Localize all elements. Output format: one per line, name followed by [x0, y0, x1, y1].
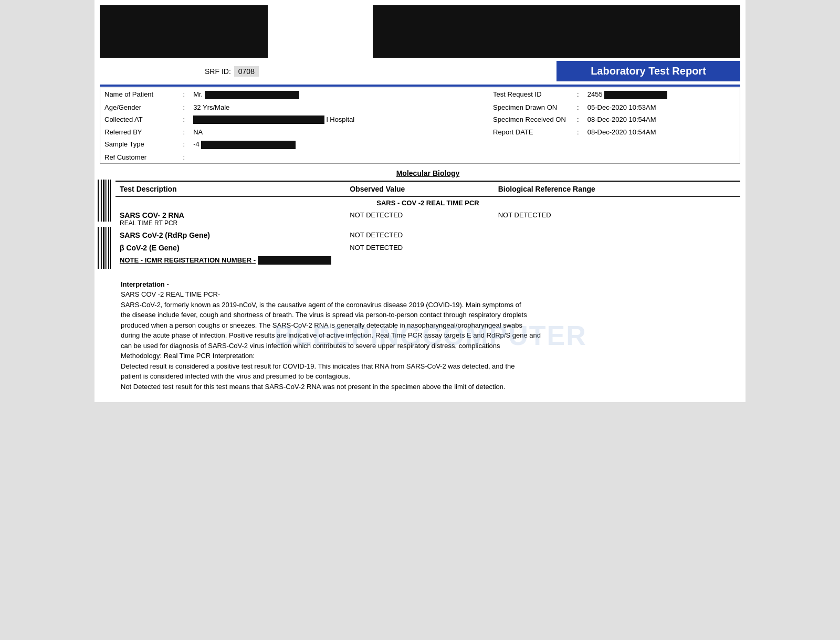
rdrp-row: SARS CoV-2 (RdRp Gene) NOT DETECTED [116, 229, 740, 242]
name-label: Name of Patient [100, 88, 179, 101]
icmr-redacted [258, 256, 331, 265]
rdrp-ref [494, 229, 740, 242]
sample-label: Sample Type [100, 138, 179, 151]
barcode-1 [98, 180, 112, 222]
col-bio-ref: Biological Reference Range [494, 181, 740, 197]
test-req-value: 2455 [583, 88, 740, 101]
patient-info-section: Name of Patient : Mr. Test Request ID : … [94, 88, 746, 164]
egene-observed: NOT DETECTED [345, 242, 494, 254]
sars-rna-desc: SARS COV- 2 RNA REAL TIME RT PCR [116, 209, 345, 229]
spec-received-label: Specimen Received ON [489, 113, 573, 127]
interp-line2: SARS-CoV-2, formerly known as 2019-nCoV,… [121, 300, 740, 310]
collected-redacted [193, 116, 324, 124]
header-row: Test Description Observed Value Biologic… [116, 181, 740, 197]
collected-value: l Hospital [189, 113, 489, 127]
name-value: Mr. [189, 88, 489, 101]
report-date-label: Report DATE [489, 126, 573, 138]
interp-line9: patient is considered infected with the … [121, 371, 740, 382]
test-req-redacted [604, 91, 667, 99]
collected-suffix: l Hospital [327, 116, 354, 123]
referred-row: Referred BY : NA Report DATE : 08-Dec-20… [100, 126, 740, 138]
lab-report-title: Laboratory Test Report [556, 61, 740, 81]
age-label: Age/Gender [100, 101, 179, 113]
sars-rna-observed: NOT DETECTED [345, 209, 494, 229]
egene-row: β CoV-2 (E Gene) NOT DETECTED [116, 242, 740, 254]
name-prefix: Mr. [193, 90, 203, 98]
test-content: Molecular Biology Test Description Obser… [116, 169, 740, 274]
rdrp-observed: NOT DETECTED [345, 229, 494, 242]
egene-name: β CoV-2 (E Gene) [120, 244, 180, 252]
test-table-body: SARS - COV -2 REAL TIME PCR SARS COV- 2 … [116, 196, 740, 267]
test-table: Test Description Observed Value Biologic… [116, 181, 740, 267]
interp-title: Interpretation - [121, 279, 740, 290]
interpretation-section: BLEEPINGCOMPUTER Interpretation - SARS C… [121, 279, 740, 392]
interp-line10: Not Detected test result for this test m… [121, 382, 740, 392]
col-test-desc: Test Description [116, 181, 345, 197]
age-row: Age/Gender : 32 Yrs/Male Specimen Drawn … [100, 101, 740, 113]
ref-customer-value [189, 151, 489, 164]
sars-rna-ref: NOT DETECTED [494, 209, 740, 229]
test-req-label: Test Request ID [489, 88, 573, 101]
collected-label: Collected AT [100, 113, 179, 127]
test-table-header: Test Description Observed Value Biologic… [116, 181, 740, 197]
srf-id: 0708 [234, 66, 259, 77]
sidebar-barcodes [94, 169, 116, 274]
header-area [94, 0, 746, 58]
referred-value: NA [189, 126, 489, 138]
pcr-title-row: SARS - COV -2 REAL TIME PCR [116, 196, 740, 209]
spec-drawn-label: Specimen Drawn ON [489, 101, 573, 113]
ref-customer-row: Ref Customer : [100, 151, 740, 164]
sars-rna-name: SARS COV- 2 RNA [120, 211, 341, 219]
interp-line6: can be used for diagnosis of SARS-CoV-2 … [121, 341, 740, 351]
sample-value: -4 [189, 138, 489, 151]
sample-row: Sample Type : -4 [100, 138, 740, 151]
sample-redacted [201, 141, 296, 149]
age-value: 32 Yrs/Male [189, 101, 489, 113]
note-label: NOTE - ICMR REGISTERATION NUMBER - [120, 256, 256, 264]
interp-line4: produced when a person coughs or sneezes… [121, 320, 740, 331]
sars-rna-sub: REAL TIME RT PCR [120, 219, 341, 227]
srf-id-box: SRF ID: 0708 [205, 66, 259, 77]
name-redacted [205, 91, 299, 99]
report-date-value: 08-Dec-2020 10:54AM [583, 126, 740, 138]
spec-received-value: 08-Dec-2020 10:54AM [583, 113, 740, 127]
spec-drawn-value: 05-Dec-2020 10:53AM [583, 101, 740, 113]
pcr-title: SARS - COV -2 REAL TIME PCR [116, 196, 740, 209]
section-title: Molecular Biology [116, 169, 740, 177]
egene-desc: β CoV-2 (E Gene) [116, 242, 345, 254]
name-colon: : [179, 88, 190, 101]
collected-row: Collected AT : l Hospital Specimen Recei… [100, 113, 740, 127]
patient-name-row: Name of Patient : Mr. Test Request ID : … [100, 88, 740, 101]
note-row: NOTE - ICMR REGISTERATION NUMBER - [116, 254, 740, 267]
rdrp-name: SARS CoV-2 (RdRp Gene) [120, 231, 210, 239]
barcode-2 [98, 227, 112, 269]
interp-line3: the disease include fever, cough and sho… [121, 310, 740, 320]
interp-line8: Detected result is considered a positive… [121, 361, 740, 372]
srf-bar: SRF ID: 0708 Laboratory Test Report [94, 58, 746, 85]
logo-left [100, 5, 268, 58]
referred-label: Referred BY [100, 126, 179, 138]
test-req-colon: : [573, 88, 583, 101]
main-with-sidebar: Molecular Biology Test Description Obser… [94, 169, 740, 274]
ref-customer-label: Ref Customer [100, 151, 179, 164]
note-cell: NOTE - ICMR REGISTERATION NUMBER - [116, 254, 740, 267]
divider-blue [100, 85, 740, 87]
interp-line5: during the acute phase of infection. Pos… [121, 330, 740, 341]
egene-ref [494, 242, 740, 254]
interp-line1: SARS COV -2 REAL TIME PCR- [121, 289, 740, 300]
patient-info-table: Name of Patient : Mr. Test Request ID : … [100, 88, 740, 164]
srf-label: SRF ID: [205, 67, 231, 76]
col-observed: Observed Value [345, 181, 494, 197]
logo-right [373, 5, 740, 58]
rdrp-desc: SARS CoV-2 (RdRp Gene) [116, 229, 345, 242]
sars-rna-row: SARS COV- 2 RNA REAL TIME RT PCR NOT DET… [116, 209, 740, 229]
interp-line7: Methodology: Real Time PCR Interpretatio… [121, 351, 740, 361]
